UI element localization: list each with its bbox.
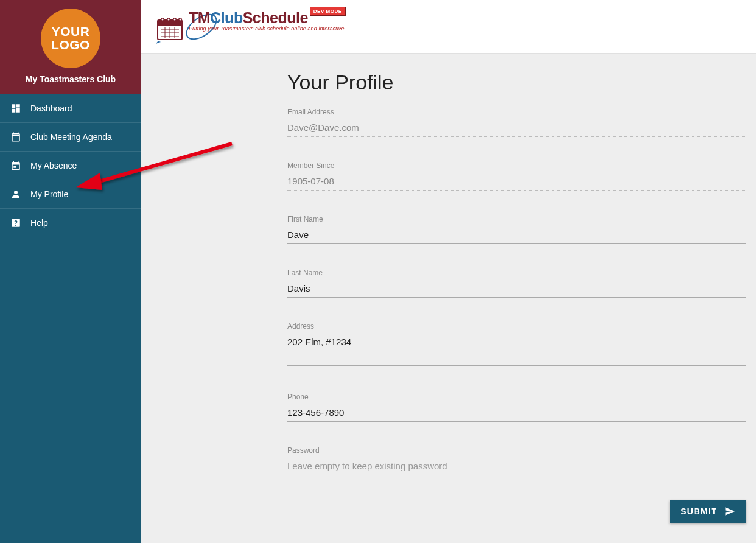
sidebar-item-dashboard[interactable]: Dashboard (0, 94, 141, 123)
brand-tagline: Putting your Toastmasters club schedule … (189, 26, 345, 32)
logo-text-line2: LOGO (51, 38, 90, 52)
submit-button[interactable]: SUBMIT (670, 500, 746, 523)
sidebar-header: YOUR LOGO My Toastmasters Club (0, 0, 141, 94)
input-first-name[interactable] (287, 227, 746, 244)
field-member-since: Member Since 1905-07-08 (287, 161, 746, 191)
svg-point-6 (179, 18, 181, 20)
input-last-name[interactable] (287, 281, 746, 298)
calendar-icon (10, 131, 22, 143)
svg-point-4 (167, 18, 170, 20)
svg-rect-2 (158, 20, 182, 26)
sidebar-item-label: My Absence (30, 161, 77, 170)
help-icon (10, 217, 22, 229)
main: DEV MODE TMClubSchedule Putting your Toa… (141, 0, 756, 543)
field-address: Address (287, 322, 746, 368)
input-phone[interactable] (287, 405, 746, 422)
logo-text-line1: YOUR (52, 25, 90, 38)
field-phone: Phone (287, 393, 746, 422)
input-address[interactable] (287, 334, 746, 366)
page-title: Your Profile (287, 71, 746, 94)
svg-point-5 (173, 18, 176, 20)
input-password[interactable] (287, 458, 746, 475)
value-member-since: 1905-07-08 (287, 173, 746, 191)
field-first-name: First Name (287, 215, 746, 244)
sidebar-item-label: Dashboard (30, 103, 72, 113)
sidebar: YOUR LOGO My Toastmasters Club Dashboard… (0, 0, 141, 543)
calendar-logo-icon (155, 14, 185, 44)
label-address: Address (287, 322, 746, 331)
field-password: Password (287, 446, 746, 475)
club-name: My Toastmasters Club (26, 74, 116, 84)
brand-tm: TM (189, 9, 210, 27)
label-first-name: First Name (287, 215, 746, 223)
content: Your Profile Email Address Dave@Dave.com… (141, 54, 756, 543)
send-icon (724, 506, 735, 517)
sidebar-nav: Dashboard Club Meeting Agenda My Absence… (0, 94, 141, 237)
field-email: Email Address Dave@Dave.com (287, 108, 746, 137)
sidebar-item-label: Help (30, 218, 48, 228)
label-phone: Phone (287, 393, 746, 401)
calendar-event-icon (10, 159, 22, 172)
svg-point-3 (161, 18, 164, 20)
sidebar-item-label: My Profile (30, 189, 68, 199)
sidebar-item-label: Club Meeting Agenda (30, 132, 112, 142)
sidebar-item-agenda[interactable]: Club Meeting Agenda (0, 123, 141, 152)
club-logo-placeholder: YOUR LOGO (41, 9, 100, 68)
dev-mode-badge: DEV MODE (310, 7, 346, 16)
label-member-since: Member Since (287, 161, 746, 170)
sidebar-item-help[interactable]: Help (0, 209, 141, 237)
submit-label: SUBMIT (681, 506, 717, 516)
label-email: Email Address (287, 108, 746, 116)
brand-club: Club (210, 9, 243, 27)
topbar: DEV MODE TMClubSchedule Putting your Toa… (141, 0, 756, 54)
value-email: Dave@Dave.com (287, 120, 746, 137)
dashboard-icon (10, 102, 22, 114)
brand: DEV MODE TMClubSchedule Putting your Toa… (155, 9, 345, 44)
label-password: Password (287, 446, 746, 455)
sidebar-item-profile[interactable]: My Profile (0, 180, 141, 209)
label-last-name: Last Name (287, 268, 746, 277)
field-last-name: Last Name (287, 268, 746, 298)
brand-schedule: Schedule (243, 9, 308, 27)
person-icon (10, 188, 22, 200)
sidebar-item-absence[interactable]: My Absence (0, 152, 141, 180)
